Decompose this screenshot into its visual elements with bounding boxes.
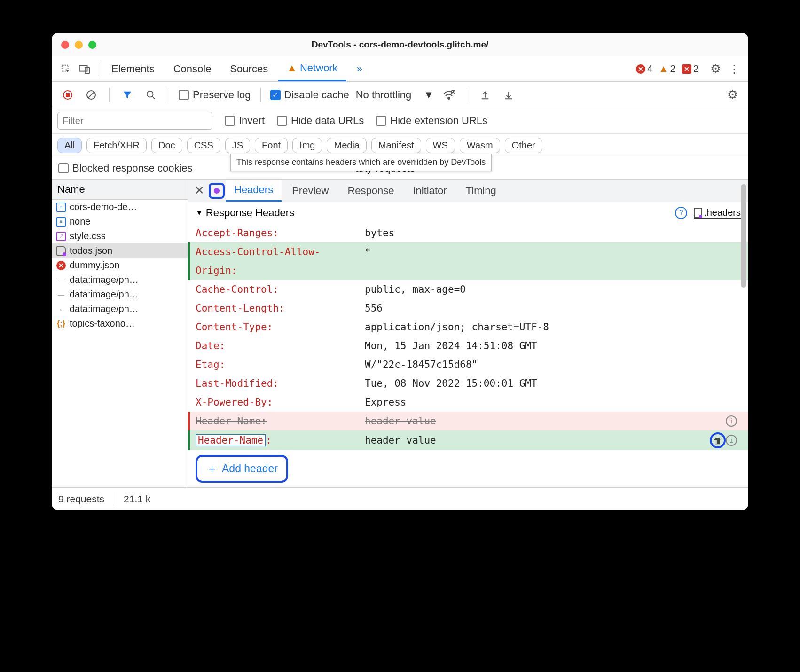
header-row[interactable]: Content-Type:application/json; charset=U… [188,318,748,336]
preserve-log-checkbox[interactable]: Preserve log [179,89,251,101]
header-row[interactable]: Cache-Control:public, max-age=0 [188,280,748,299]
settings-icon[interactable]: ⚙ [707,61,724,78]
headers-file-link[interactable]: .headers [694,207,741,219]
window-title: DevTools - cors-demo-devtools.glitch.me/ [52,39,748,50]
type-filter-wasm[interactable]: Wasm [460,138,500,153]
detail-tab-timing[interactable]: Timing [457,180,505,202]
upload-har-icon[interactable] [477,86,494,103]
header-name-input[interactable]: Header-Name [196,434,266,446]
override-tooltip: This response contains headers which are… [230,154,492,171]
search-icon[interactable] [142,86,159,103]
extra-filters-row: Blocked response cookies This response c… [52,157,748,180]
info-icon[interactable]: i [726,435,737,446]
request-row[interactable]: none [52,214,188,229]
type-filter-js[interactable]: JS [225,138,250,153]
network-toolbar: Preserve log ✓ Disable cache No throttli… [52,82,748,108]
record-button[interactable] [59,86,76,103]
type-filter-media[interactable]: Media [327,138,366,153]
header-name: Accept-Ranges: [196,227,365,239]
header-name: Access-Control-Allow- [196,246,365,258]
error-counter[interactable]: ✕4 [636,63,652,74]
request-name: todos.json [70,245,112,256]
header-row[interactable]: Content-Length:556 [188,299,748,318]
network-conditions-icon[interactable] [440,86,457,103]
headers-table: Accept-Ranges:bytesAccess-Control-Allow-… [188,224,748,450]
filter-input[interactable] [57,112,212,130]
type-filter-all[interactable]: All [57,138,82,153]
caret-down-icon: ▼ [196,209,203,217]
device-toolbar-icon[interactable] [76,61,93,78]
type-filter-fetchxhr[interactable]: Fetch/XHR [86,138,147,153]
devtools-window: DevTools - cors-demo-devtools.glitch.me/… [52,33,748,510]
hide-data-urls-checkbox[interactable]: Hide data URLs [277,115,364,127]
issue-counter[interactable]: ✕2 [682,63,698,74]
name-column-header[interactable]: Name [52,180,188,200]
header-value[interactable]: header value [365,435,708,446]
help-icon[interactable]: ? [675,207,687,219]
filter-icon[interactable] [119,86,136,103]
detail-tab-initiator[interactable]: Initiator [404,180,455,202]
request-count: 9 requests [58,493,104,505]
header-row[interactable]: X-Powered-By:Express [188,393,748,412]
download-har-icon[interactable] [500,86,517,103]
warning-counter[interactable]: ▲2 [659,63,675,74]
request-row[interactable]: {;}topics-taxono… [52,316,188,331]
request-row[interactable]: ▫data:image/pn… [52,302,188,316]
disable-cache-checkbox[interactable]: ✓ Disable cache [270,89,349,101]
type-filter-css[interactable]: CSS [187,138,220,153]
header-row-cont: Origin: [188,261,748,280]
network-settings-icon[interactable]: ⚙ [724,86,741,103]
request-row[interactable]: —data:image/pn… [52,287,188,302]
blocked-cookies-checkbox[interactable]: Blocked response cookies [58,162,193,174]
tab-sources[interactable]: Sources [221,56,276,81]
invert-checkbox[interactable]: Invert [225,115,265,127]
type-filter-doc[interactable]: Doc [151,138,182,153]
divider [467,88,467,102]
header-row[interactable]: Etag:W/"22c-18457c15d68" [188,355,748,374]
request-row[interactable]: —data:image/pn… [52,273,188,287]
header-name: X-Powered-By: [196,397,365,408]
detail-tab-headers[interactable]: Headers [226,180,282,202]
type-filter-font[interactable]: Font [255,138,288,153]
tab-overflow[interactable]: » [348,56,371,81]
error-icon: ✕ [636,64,645,74]
tab-elements[interactable]: Elements [103,56,163,81]
request-row[interactable]: todos.json [52,243,188,258]
header-name: Date: [196,340,365,352]
kebab-menu-icon[interactable]: ⋮ [726,61,743,78]
header-name: Header-Name: [196,435,365,446]
request-row[interactable]: ✕dummy.json [52,258,188,273]
close-detail-button[interactable]: ✕ [192,183,207,198]
header-row[interactable]: Last-Modified:Tue, 08 Nov 2022 15:00:01 … [188,374,748,393]
header-value: 556 [365,303,741,314]
type-filter-img[interactable]: Img [292,138,322,153]
info-icon[interactable]: i [726,415,737,427]
header-name: Content-Length: [196,303,365,314]
header-row[interactable]: Header-Name:header value🗑i [188,430,748,450]
header-value: bytes [365,227,741,239]
script-icon: {;} [56,319,66,328]
titlebar: DevTools - cors-demo-devtools.glitch.me/ [52,33,748,56]
request-row[interactable]: style.css [52,229,188,243]
throttling-select[interactable]: No throttling ▼ [356,89,434,101]
response-headers-section[interactable]: ▼ Response Headers ? .headers [188,202,748,224]
header-row[interactable]: Accept-Ranges:bytes [188,224,748,242]
type-filter-manifest[interactable]: Manifest [371,138,421,153]
header-row[interactable]: Date:Mon, 15 Jan 2024 14:51:08 GMT [188,336,748,355]
type-filter-other[interactable]: Other [505,138,542,153]
clear-button[interactable] [83,86,100,103]
hide-extension-urls-checkbox[interactable]: Hide extension URLs [376,115,487,127]
detail-tab-preview[interactable]: Preview [283,180,337,202]
scrollbar[interactable] [741,184,746,288]
type-filter-ws[interactable]: WS [426,138,455,153]
header-row[interactable]: Access-Control-Allow-* [188,242,748,261]
add-header-button[interactable]: ＋ Add header [196,455,288,483]
svg-line-6 [88,92,94,98]
trash-icon[interactable]: 🗑 [714,436,722,445]
tab-console[interactable]: Console [165,56,220,81]
request-row[interactable]: cors-demo-de… [52,200,188,214]
inspect-icon[interactable] [57,61,74,78]
header-row[interactable]: Header-Name:header valuei [188,412,748,430]
tab-network[interactable]: ▲ Network [278,56,346,81]
detail-tab-response[interactable]: Response [339,180,402,202]
